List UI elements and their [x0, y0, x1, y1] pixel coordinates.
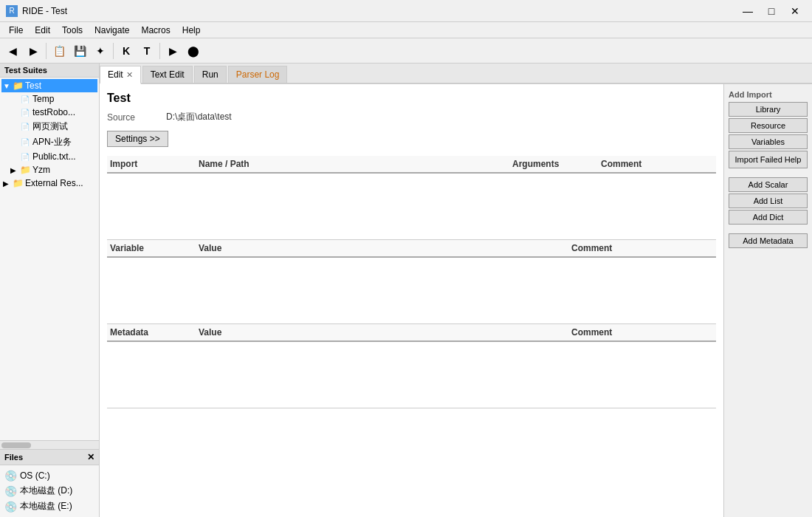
toolbar-circle[interactable]: ⬤ — [184, 41, 203, 61]
tree-item-public[interactable]: 📄 Public.txt... — [1, 150, 97, 163]
main-layout: Test Suites ▼ 📁 Test 📄 Temp 📄 testRobo..… — [0, 64, 812, 517]
tab-edit-label: Edit — [108, 69, 123, 80]
test-name-heading: Test — [107, 92, 716, 105]
variable-btn-group: Add Scalar Add List Add Dict — [729, 177, 808, 225]
resource-button[interactable]: Resource — [729, 118, 808, 133]
tree-label-yzm: Yzm — [32, 165, 50, 175]
toolbar-back[interactable]: ◀ — [3, 41, 22, 61]
files-panel: Files ✕ 💿 OS (C:) 💿 本地磁盘 (D:) 💿 本地磁盘 (E:… — [0, 449, 99, 517]
import-btn-group: Library Resource Variables Import Failed… — [729, 102, 808, 168]
tab-edit-close[interactable]: ✕ — [126, 70, 133, 80]
tree-item-apn[interactable]: 📄 APN-业务 — [1, 134, 97, 150]
editor-main: Test Source D:\桌面\data\test Settings >> … — [100, 84, 723, 517]
folder-icon-ext: 📁 — [12, 178, 24, 188]
import-header-row: Import Name / Path Arguments Comment — [107, 156, 716, 174]
app-icon: R — [6, 5, 18, 17]
import-section: Import Name / Path Arguments Comment — [107, 156, 716, 240]
window-controls: — □ ✕ — [737, 4, 806, 18]
toolbar-sep-2 — [113, 43, 114, 59]
add-metadata-button[interactable]: Add Metadata — [729, 233, 808, 248]
files-title: Files — [4, 453, 23, 462]
col-comment-label: Comment — [598, 159, 716, 169]
add-list-button[interactable]: Add List — [729, 194, 808, 208]
toolbar-sep-3 — [159, 43, 160, 59]
menu-tools[interactable]: Tools — [56, 24, 89, 37]
drive-c[interactable]: 💿 OS (C:) — [3, 468, 96, 483]
variable-section: Variable Value Comment — [107, 240, 716, 324]
toolbar-run[interactable]: ▶ — [163, 41, 182, 61]
tab-run[interactable]: Run — [194, 66, 227, 83]
maximize-button[interactable]: □ — [760, 4, 782, 18]
add-scalar-button[interactable]: Add Scalar — [729, 177, 808, 192]
toolbar: ◀ ▶ 📋 💾 ✦ K T ▶ ⬤ — [0, 38, 812, 64]
test-suites-tree: ▼ 📁 Test 📄 Temp 📄 testRobo... 📄 网页测试 — [0, 78, 99, 440]
settings-button[interactable]: Settings >> — [107, 131, 168, 147]
col-var-comment-label: Comment — [568, 243, 716, 253]
library-button[interactable]: Library — [729, 102, 808, 117]
toolbar-star[interactable]: ✦ — [91, 41, 110, 61]
drive-e-icon: 💿 — [4, 501, 17, 513]
metadata-section: Metadata Value Comment — [107, 324, 716, 408]
import-failed-help-button[interactable]: Import Failed Help — [729, 151, 808, 168]
tab-parser-log-label: Parser Log — [236, 69, 280, 80]
import-section-body — [107, 174, 716, 240]
toolbar-save[interactable]: 💾 — [70, 41, 89, 61]
col-args-label: Arguments — [509, 159, 598, 169]
expand-icon: ▼ — [3, 82, 12, 90]
title-bar-left: R RIDE - Test — [6, 5, 67, 17]
file-icon-testrobo: 📄 — [19, 107, 31, 117]
menu-edit[interactable]: Edit — [29, 24, 56, 37]
tree-scrollbar[interactable] — [0, 440, 99, 449]
drive-d[interactable]: 💿 本地磁盘 (D:) — [3, 483, 96, 499]
tree-label-public: Public.txt... — [32, 151, 76, 162]
tab-bar: Edit ✕ Text Edit Run Parser Log — [100, 64, 812, 84]
tree-label-test: Test — [25, 81, 41, 91]
files-close-button[interactable]: ✕ — [87, 452, 94, 462]
drive-d-icon: 💿 — [4, 485, 17, 497]
file-icon-apn: 📄 — [19, 137, 31, 148]
source-value: D:\桌面\data\test — [166, 111, 232, 123]
drive-e[interactable]: 💿 本地磁盘 (E:) — [3, 499, 96, 514]
menu-file[interactable]: File — [3, 24, 29, 37]
file-icon-webtest: 📄 — [19, 122, 31, 132]
tree-label-webtest: 网页测试 — [32, 120, 68, 133]
toolbar-new[interactable]: 📋 — [49, 41, 69, 61]
tree-label-apn: APN-业务 — [32, 136, 72, 148]
drive-c-label: OS (C:) — [20, 470, 50, 481]
tab-text-edit-label: Text Edit — [151, 69, 185, 80]
col-namepath-label: Name / Path — [196, 159, 509, 169]
tree-item-testrobo[interactable]: 📄 testRobo... — [1, 106, 97, 119]
expand-icon: ▶ — [3, 179, 12, 188]
tree-item-test[interactable]: ▼ 📁 Test — [1, 79, 97, 92]
menu-help[interactable]: Help — [176, 24, 207, 37]
tree-item-externalres[interactable]: ▶ 📁 External Res... — [1, 177, 97, 190]
tree-item-temp[interactable]: 📄 Temp — [1, 92, 97, 106]
tree-item-webtest[interactable]: 📄 网页测试 — [1, 119, 97, 134]
close-button[interactable]: ✕ — [784, 4, 806, 18]
add-dict-button[interactable]: Add Dict — [729, 210, 808, 225]
tab-text-edit[interactable]: Text Edit — [142, 66, 193, 83]
toolbar-k[interactable]: K — [117, 41, 136, 61]
col-val-label: Value — [196, 243, 568, 253]
file-icon-public: 📄 — [19, 151, 31, 162]
files-header: Files ✕ — [0, 450, 99, 465]
col-var-label: Variable — [107, 243, 196, 253]
tab-edit[interactable]: Edit ✕ — [100, 66, 141, 84]
app-title: RIDE - Test — [22, 6, 67, 16]
drive-d-label: 本地磁盘 (D:) — [20, 485, 72, 497]
menu-macros[interactable]: Macros — [135, 24, 176, 37]
toolbar-forward[interactable]: ▶ — [24, 41, 43, 61]
tree-label-ext: External Res... — [25, 178, 83, 188]
title-bar: R RIDE - Test — □ ✕ — [0, 0, 812, 22]
editor-sidebar: Add Import Library Resource Variables Im… — [723, 84, 812, 517]
folder-icon-yzm: 📁 — [19, 165, 31, 175]
drive-c-icon: 💿 — [4, 470, 17, 482]
variables-button[interactable]: Variables — [729, 134, 808, 149]
minimize-button[interactable]: — — [737, 4, 759, 18]
col-meta-label: Metadata — [107, 327, 196, 338]
tree-item-yzm[interactable]: ▶ 📁 Yzm — [1, 163, 97, 177]
tab-parser-log[interactable]: Parser Log — [228, 66, 288, 83]
tab-run-label: Run — [202, 69, 219, 80]
toolbar-t[interactable]: T — [137, 41, 156, 61]
menu-navigate[interactable]: Navigate — [89, 24, 135, 37]
